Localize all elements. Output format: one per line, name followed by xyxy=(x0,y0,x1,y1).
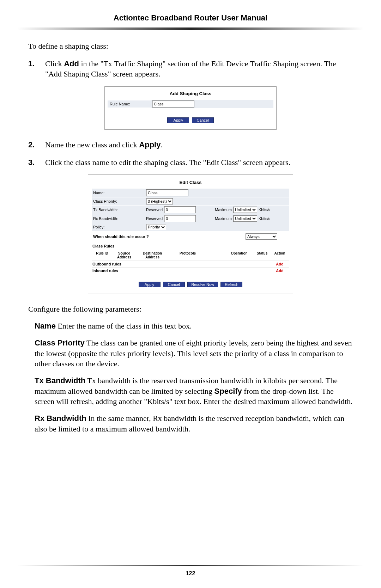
edit-class-title: Edit Class xyxy=(92,180,289,185)
rx-reserved-input[interactable] xyxy=(164,215,196,222)
col-protocols: Protocols xyxy=(168,251,207,259)
tx-bandwidth-label: Tx Bandwidth: xyxy=(93,208,146,212)
param-rx-label: Rx Bandwidth xyxy=(35,414,86,423)
add-shaping-title: Add Shaping Class xyxy=(108,91,273,96)
class-priority-label: Class Priority: xyxy=(93,199,146,203)
edit-class-screenshot: Edit Class Name: Class Priority: 0 (High… xyxy=(88,174,293,294)
class-name-input[interactable] xyxy=(146,189,188,196)
rule-name-label: Rule Name: xyxy=(108,100,151,108)
col-operation: Operation xyxy=(225,251,253,259)
cancel-button[interactable]: Cancel xyxy=(192,117,214,123)
param-tx-bandwidth: Tx Bandwidth Tx bandwidth is the reserve… xyxy=(35,375,353,407)
class-priority-select[interactable]: 0 (Highest) xyxy=(146,198,173,204)
step-1-text-post: in the "Tx Traffic Shaping" section of t… xyxy=(45,59,336,79)
class-rules-header: Class Rules xyxy=(92,242,289,250)
step-2: 2. Name the new class and click Apply. xyxy=(28,140,353,150)
add-shaping-class-screenshot: Add Shaping Class Rule Name: Apply Cance… xyxy=(104,86,277,130)
step-3-text: Click the class name to edit the shaping… xyxy=(45,158,290,167)
step-1-number: 1. xyxy=(28,59,35,69)
inbound-rules-label: Inbound rules xyxy=(92,269,271,273)
step-1-bold: Add xyxy=(64,59,79,68)
name-label: Name: xyxy=(93,191,146,195)
outbound-rules-row: Outbound rules Add xyxy=(92,261,289,267)
refresh-button[interactable]: Refresh xyxy=(220,282,242,287)
step-3-number: 3. xyxy=(28,157,35,168)
param-name: Name Enter the name of the class in this… xyxy=(35,321,353,331)
inbound-add-link[interactable]: Add xyxy=(271,269,289,273)
step-2-number: 2. xyxy=(28,140,35,150)
resolve-now-button[interactable]: Resolve Now xyxy=(187,282,218,287)
col-source-address: Source Address xyxy=(112,251,137,259)
when-rule-label: When should this rule occur ? xyxy=(93,234,246,239)
footer-divider xyxy=(18,565,363,566)
policy-select[interactable]: Priority xyxy=(146,224,166,230)
outbound-rules-label: Outbound rules xyxy=(92,262,271,266)
param-tx-label: Tx Bandwidth xyxy=(35,376,85,385)
page-header-title: Actiontec Broadband Router User Manual xyxy=(28,13,353,23)
page-number: 122 xyxy=(0,570,381,577)
param-tx-bold: Specify xyxy=(214,387,242,396)
inbound-rules-row: Inbound rules Add xyxy=(92,267,289,274)
outbound-add-link[interactable]: Add xyxy=(271,262,289,266)
param-rx-bandwidth: Rx Bandwidth In the same manner, Rx band… xyxy=(35,413,353,434)
step-1-text-pre: Click xyxy=(45,59,64,68)
rx-maximum-select[interactable]: Unlimited xyxy=(233,215,257,222)
step-1: 1. Click Add in the "Tx Traffic Shaping"… xyxy=(28,59,353,79)
col-status: Status xyxy=(253,251,271,259)
rx-reserved-label: Reserved xyxy=(146,216,163,221)
tx-maximum-label: Maximum xyxy=(215,208,232,212)
step-2-pre: Name the new class and click xyxy=(45,140,139,149)
rx-maximum-label: Maximum xyxy=(215,216,232,221)
tx-reserved-input[interactable] xyxy=(164,206,196,213)
col-action: Action xyxy=(271,251,289,259)
edit-cancel-button[interactable]: Cancel xyxy=(163,282,185,287)
configure-intro: Configure the following parameters: xyxy=(28,304,353,314)
col-destination-address: Destination Address xyxy=(137,251,168,259)
tx-maximum-select[interactable]: Unlimited xyxy=(233,207,257,213)
param-class-priority: Class Priority The class can be granted … xyxy=(35,338,353,369)
col-rule-id: Rule ID xyxy=(92,251,112,259)
intro-text: To define a shaping class: xyxy=(28,41,353,51)
edit-apply-button[interactable]: Apply xyxy=(139,282,161,287)
rx-unit: Kbits/s xyxy=(259,216,270,221)
header-divider xyxy=(18,27,363,30)
step-2-bold: Apply xyxy=(139,140,161,149)
step-3: 3. Click the class name to edit the shap… xyxy=(28,157,353,168)
param-name-text: Enter the name of the class in this text… xyxy=(56,321,192,330)
tx-unit: Kbits/s xyxy=(259,208,270,212)
when-rule-select[interactable]: Always xyxy=(246,233,277,240)
policy-label: Policy: xyxy=(93,225,146,229)
rx-bandwidth-label: Rx Bandwidth: xyxy=(93,216,146,221)
apply-button[interactable]: Apply xyxy=(167,117,189,123)
param-priority-label: Class Priority xyxy=(35,338,85,347)
step-2-post: . xyxy=(161,140,163,149)
rule-name-input[interactable] xyxy=(152,100,194,108)
tx-reserved-label: Reserved xyxy=(146,208,163,212)
rules-table-header: Rule ID Source Address Destination Addre… xyxy=(92,250,289,261)
param-name-label: Name xyxy=(35,321,56,330)
